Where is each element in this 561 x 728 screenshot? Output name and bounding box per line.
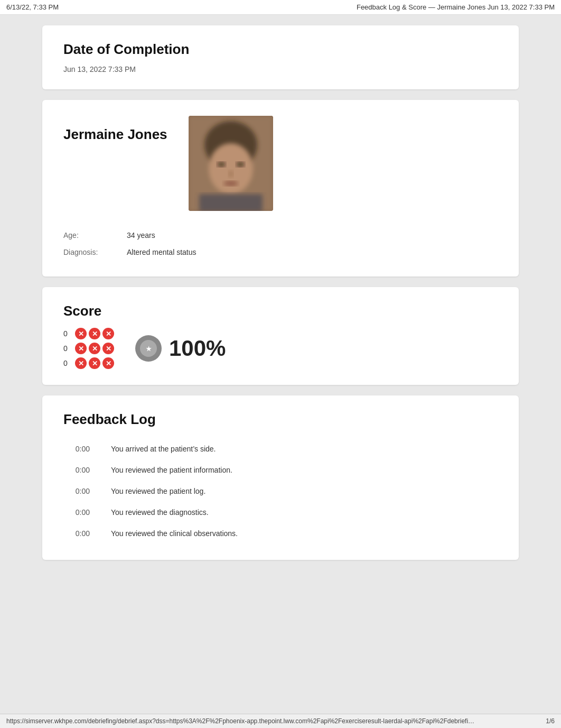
feedback-text-4: You reviewed the clinical observations. bbox=[111, 529, 498, 538]
patient-name: Jermaine Jones bbox=[63, 126, 167, 143]
patient-photo bbox=[189, 116, 273, 211]
feedback-table: 0:00You arrived at the patient’s side.0:… bbox=[63, 438, 498, 544]
score-row-1: 0 ✕ ✕ ✕ bbox=[63, 328, 114, 339]
patient-age-row: Age: 34 years bbox=[63, 227, 498, 244]
page-content: Date of Completion Jun 13, 2022 7:33 PM … bbox=[0, 15, 561, 570]
feedback-row: 0:00You reviewed the clinical observatio… bbox=[63, 523, 498, 544]
feedback-row: 0:00You reviewed the diagnostics. bbox=[63, 502, 498, 523]
score-rows: 0 ✕ ✕ ✕ 0 ✕ ✕ ✕ 0 ✕ ✕ ✕ bbox=[63, 328, 114, 369]
x-icon-3a: ✕ bbox=[75, 357, 87, 369]
score-num-3: 0 bbox=[63, 359, 71, 367]
score-num-2: 0 bbox=[63, 344, 71, 353]
feedback-time-2: 0:00 bbox=[63, 487, 90, 495]
browser-pagination: 1/6 bbox=[546, 717, 555, 725]
feedback-row: 0:00You arrived at the patient’s side. bbox=[63, 438, 498, 459]
medal-svg: ★ bbox=[135, 335, 162, 362]
score-num-1: 0 bbox=[63, 329, 71, 338]
patient-card: Jermaine Jones bbox=[42, 100, 519, 277]
feedback-row: 0:00You reviewed the patient information… bbox=[63, 459, 498, 481]
patient-header: Jermaine Jones bbox=[63, 116, 498, 211]
x-icon-1c: ✕ bbox=[102, 328, 114, 339]
x-icon-1a: ✕ bbox=[75, 328, 87, 339]
score-percent: 100% bbox=[169, 336, 226, 361]
browser-url: https://simserver.wkhpe.com/debriefing/d… bbox=[6, 717, 474, 725]
patient-diagnosis-label: Diagnosis: bbox=[63, 248, 116, 256]
x-icon-2a: ✕ bbox=[75, 343, 87, 354]
patient-info: Age: 34 years Diagnosis: Altered mental … bbox=[63, 227, 498, 261]
date-completion-value: Jun 13, 2022 7:33 PM bbox=[63, 65, 498, 73]
browser-page-title: Feedback Log & Score — Jermaine Jones Ju… bbox=[357, 3, 555, 11]
patient-name-container: Jermaine Jones bbox=[63, 116, 167, 143]
score-row-3: 0 ✕ ✕ ✕ bbox=[63, 357, 114, 369]
svg-rect-8 bbox=[189, 116, 273, 211]
feedback-row: 0:00You reviewed the patient log. bbox=[63, 481, 498, 502]
score-badge-container: ★ 100% bbox=[130, 335, 226, 362]
x-icon-3c: ✕ bbox=[102, 357, 114, 369]
feedback-text-2: You reviewed the patient log. bbox=[111, 487, 498, 495]
feedback-time-0: 0:00 bbox=[63, 445, 90, 453]
x-icon-1b: ✕ bbox=[89, 328, 100, 339]
date-completion-card: Date of Completion Jun 13, 2022 7:33 PM bbox=[42, 25, 519, 89]
patient-age-label: Age: bbox=[63, 231, 116, 239]
feedback-card: Feedback Log 0:00You arrived at the pati… bbox=[42, 395, 519, 560]
feedback-time-3: 0:00 bbox=[63, 508, 90, 517]
feedback-title: Feedback Log bbox=[63, 411, 498, 428]
score-badge-icon: ★ bbox=[135, 335, 162, 362]
date-completion-title: Date of Completion bbox=[63, 41, 498, 58]
patient-face-svg bbox=[189, 116, 273, 211]
patient-diagnosis-value: Altered mental status bbox=[127, 248, 197, 256]
x-icon-3b: ✕ bbox=[89, 357, 100, 369]
feedback-time-1: 0:00 bbox=[63, 466, 90, 474]
score-row-2: 0 ✕ ✕ ✕ bbox=[63, 343, 114, 354]
x-icon-2c: ✕ bbox=[102, 343, 114, 354]
browser-top-bar: 6/13/22, 7:33 PM Feedback Log & Score — … bbox=[0, 0, 561, 15]
svg-text:★: ★ bbox=[146, 345, 152, 353]
patient-age-value: 34 years bbox=[127, 231, 155, 239]
browser-bottom-bar: https://simserver.wkhpe.com/debriefing/d… bbox=[0, 714, 561, 728]
feedback-time-4: 0:00 bbox=[63, 529, 90, 538]
patient-photo-inner bbox=[189, 116, 273, 211]
score-content: 0 ✕ ✕ ✕ 0 ✕ ✕ ✕ 0 ✕ ✕ ✕ bbox=[63, 328, 498, 369]
feedback-text-3: You reviewed the diagnostics. bbox=[111, 508, 498, 517]
score-card: Score 0 ✕ ✕ ✕ 0 ✕ ✕ ✕ 0 ✕ ✕ bbox=[42, 287, 519, 385]
browser-timestamp: 6/13/22, 7:33 PM bbox=[6, 3, 59, 11]
x-icon-2b: ✕ bbox=[89, 343, 100, 354]
feedback-text-0: You arrived at the patient’s side. bbox=[111, 445, 498, 453]
patient-diagnosis-row: Diagnosis: Altered mental status bbox=[63, 244, 498, 261]
score-title: Score bbox=[63, 303, 498, 319]
feedback-text-1: You reviewed the patient information. bbox=[111, 466, 498, 474]
